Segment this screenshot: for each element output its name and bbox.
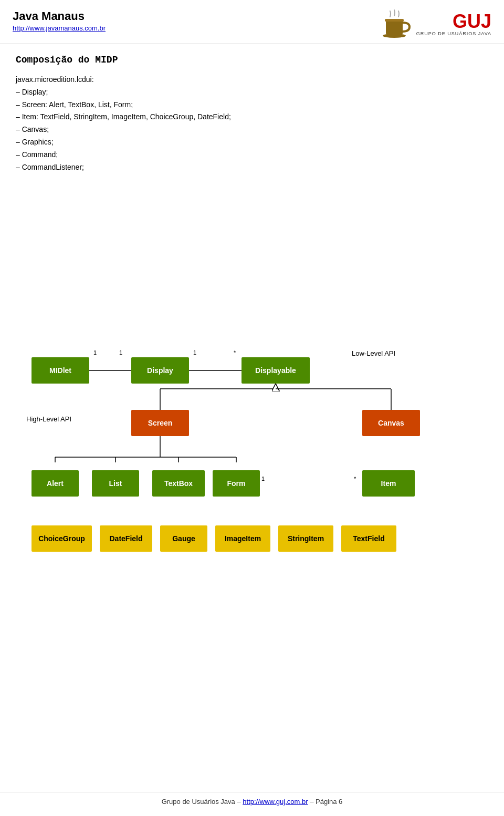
mult-display-left-1: 1: [119, 349, 122, 356]
intro-line-2: – Screen: Alert, TextBox, List, Form;: [16, 99, 488, 111]
intro-line-3: – Item: TextField, StringItem, ImageItem…: [16, 111, 488, 123]
textbox-box: TextBox: [152, 470, 205, 497]
guj-logo: GUJ Grupo de Usuários Java: [416, 12, 491, 36]
header-right: GUJ Grupo de Usuários Java: [381, 9, 491, 38]
intro-line-7: – CommandListener;: [16, 161, 488, 174]
mult-display-right-1: 1: [193, 349, 196, 356]
site-url-link[interactable]: http://www.javamanaus.com.br: [13, 24, 106, 32]
midlet-box: MIDlet: [32, 357, 89, 384]
intro-text-block: javax.microedition.lcdui: – Display; – S…: [16, 74, 488, 173]
stringitem-box: StringItem: [278, 525, 333, 552]
low-level-api-label: Low-Level API: [352, 349, 395, 357]
svg-rect-1: [385, 19, 404, 22]
form-box: Form: [213, 470, 260, 497]
display-box: Display: [131, 357, 189, 384]
alert-box: Alert: [32, 470, 79, 497]
uml-diagram: 1 1 1 * 1 * Low-Level API High-Level API…: [16, 184, 488, 462]
intro-line-6: – Command;: [16, 149, 488, 161]
displayable-box: Displayable: [242, 357, 310, 384]
header-left: Java Manaus http://www.javamanaus.com.br: [13, 9, 106, 33]
page-title: Composição do MIDP: [16, 55, 488, 65]
datefield-box: DateField: [100, 525, 152, 552]
intro-line-1: – Display;: [16, 86, 488, 99]
mult-displayable-star: *: [234, 349, 236, 356]
gauge-box: Gauge: [160, 525, 207, 552]
site-title: Java Manaus: [13, 9, 106, 23]
footer-text: Grupo de Usuários Java –: [162, 798, 243, 805]
intro-line-0: javax.microedition.lcdui:: [16, 74, 488, 86]
svg-point-2: [383, 34, 406, 38]
footer-url[interactable]: http://www.guj.com.br: [243, 798, 308, 805]
mult-item-star: *: [354, 476, 356, 482]
main-content: Composição do MIDP javax.microedition.lc…: [0, 44, 504, 473]
guj-logo-text: GUJ: [453, 12, 491, 31]
canvas-box: Canvas: [362, 410, 420, 436]
list-box: List: [92, 470, 139, 497]
logo-cup-icon: [381, 9, 412, 38]
intro-line-4: – Canvas;: [16, 123, 488, 136]
page-header: Java Manaus http://www.javamanaus.com.br…: [0, 0, 504, 44]
svg-rect-0: [386, 20, 403, 35]
footer-page: – Página 6: [308, 798, 343, 805]
mult-form-1: 1: [261, 476, 265, 482]
mult-midlet-1: 1: [93, 349, 97, 356]
intro-line-5: – Graphics;: [16, 136, 488, 149]
screen-box: Screen: [131, 410, 189, 436]
guj-logo-subtitle: Grupo de Usuários Java: [416, 31, 491, 36]
page-footer: Grupo de Usuários Java – http://www.guj.…: [0, 792, 504, 805]
item-box: Item: [362, 470, 415, 497]
choicegroup-box: ChoiceGroup: [32, 525, 92, 552]
textfield-box: TextField: [341, 525, 396, 552]
high-level-api-label: High-Level API: [26, 415, 71, 423]
imageitem-box: ImageItem: [215, 525, 270, 552]
